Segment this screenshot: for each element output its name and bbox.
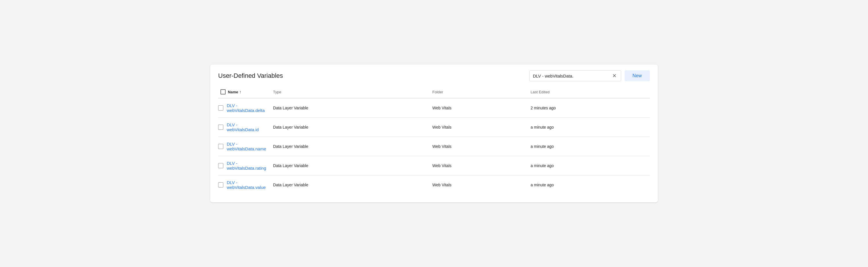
type-cell: Data Layer Variable <box>271 156 430 175</box>
variables-table: Name ↑ Type Folder Last Edited <box>218 86 650 195</box>
variable-link-0[interactable]: DLV - webVitalsData.delta <box>227 103 266 113</box>
folder-cell: Web Vitals <box>430 137 528 156</box>
type-cell: Data Layer Variable <box>271 118 430 137</box>
clear-search-icon[interactable]: ✕ <box>612 73 617 79</box>
table-row: DLV - webVitalsData.rating Data Layer Va… <box>218 156 650 175</box>
folder-cell: Web Vitals <box>430 118 528 137</box>
last-edited-cell: a minute ago <box>528 156 650 175</box>
folder-cell: Web Vitals <box>430 175 528 195</box>
main-panel: User-Defined Variables DLV - webVitalsDa… <box>210 65 658 202</box>
last-edited-cell: 2 minutes ago <box>528 98 650 118</box>
table-row: DLV - webVitalsData.value Data Layer Var… <box>218 175 650 195</box>
name-cell: DLV - webVitalsData.id <box>218 118 271 137</box>
last-edited-cell: a minute ago <box>528 175 650 195</box>
table-header-row: Name ↑ Type Folder Last Edited <box>218 86 650 98</box>
variable-link-4[interactable]: DLV - webVitalsData.value <box>227 180 266 190</box>
variable-link-3[interactable]: DLV - webVitalsData.rating <box>227 161 266 171</box>
search-value: DLV - webVitalsData. <box>533 73 609 78</box>
row-checkbox-0[interactable] <box>218 106 223 111</box>
type-column-header: Type <box>271 86 430 98</box>
folder-cell: Web Vitals <box>430 156 528 175</box>
last-edited-cell: a minute ago <box>528 137 650 156</box>
row-checkbox-3[interactable] <box>218 163 223 168</box>
select-all-checkbox[interactable] <box>220 89 226 94</box>
last-edited-column-header: Last Edited <box>528 86 650 98</box>
name-column-header: Name <box>228 90 238 94</box>
table-wrapper: Name ↑ Type Folder Last Edited <box>210 86 658 202</box>
name-cell: DLV - webVitalsData.name <box>218 137 271 156</box>
name-cell: DLV - webVitalsData.delta <box>218 98 271 118</box>
header-actions: DLV - webVitalsData. ✕ New <box>529 70 650 81</box>
variable-link-2[interactable]: DLV - webVitalsData.name <box>227 142 266 151</box>
table-row: DLV - webVitalsData.id Data Layer Variab… <box>218 118 650 137</box>
last-edited-cell: a minute ago <box>528 118 650 137</box>
page-title: User-Defined Variables <box>218 72 283 80</box>
new-button[interactable]: New <box>625 70 650 81</box>
name-cell: DLV - webVitalsData.rating <box>218 156 271 175</box>
row-checkbox-1[interactable] <box>218 125 223 130</box>
table-row: DLV - webVitalsData.delta Data Layer Var… <box>218 98 650 118</box>
table-row: DLV - webVitalsData.name Data Layer Vari… <box>218 137 650 156</box>
type-cell: Data Layer Variable <box>271 175 430 195</box>
row-checkbox-4[interactable] <box>218 182 223 187</box>
folder-column-header: Folder <box>430 86 528 98</box>
type-cell: Data Layer Variable <box>271 98 430 118</box>
header: User-Defined Variables DLV - webVitalsDa… <box>210 65 658 86</box>
variable-link-1[interactable]: DLV - webVitalsData.id <box>227 122 266 132</box>
row-checkbox-2[interactable] <box>218 144 223 149</box>
folder-cell: Web Vitals <box>430 98 528 118</box>
sort-arrow-icon: ↑ <box>239 90 241 94</box>
select-all-column: Name ↑ <box>218 86 271 98</box>
name-cell: DLV - webVitalsData.value <box>218 175 271 195</box>
search-box[interactable]: DLV - webVitalsData. ✕ <box>529 70 621 81</box>
type-cell: Data Layer Variable <box>271 137 430 156</box>
